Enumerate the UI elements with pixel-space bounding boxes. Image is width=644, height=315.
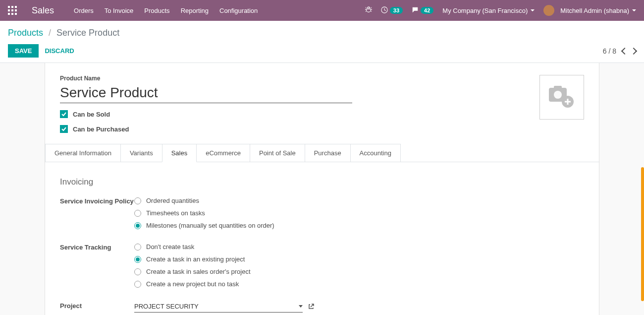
- messages-count: 42: [421, 7, 433, 14]
- radio-icon: [134, 222, 141, 229]
- tab-general-information[interactable]: General Information: [45, 144, 121, 162]
- breadcrumb-current: Service Product: [56, 28, 119, 38]
- pager-prev[interactable]: [621, 47, 628, 54]
- svg-rect-6: [8, 13, 10, 15]
- pager-count: 6 / 8: [603, 47, 616, 55]
- sales-tab-content: Invoicing Service Invoicing Policy Order…: [60, 162, 584, 313]
- nav-orders[interactable]: Orders: [74, 7, 94, 14]
- radio-label: Create a task in sales order's project: [146, 268, 251, 275]
- avatar: [543, 5, 554, 16]
- user-name: Mitchell Admin (shabna): [560, 7, 629, 14]
- service-tracking-field: Service Tracking Don't create task Creat…: [60, 243, 584, 293]
- clock-icon: [381, 6, 388, 15]
- invoicing-policy-label: Service Invoicing Policy: [60, 197, 134, 206]
- breadcrumb-separator: /: [49, 28, 51, 38]
- company-switcher[interactable]: My Company (San Francisco): [442, 7, 535, 14]
- product-image-placeholder[interactable]: [539, 75, 584, 120]
- caret-down-icon: [531, 9, 535, 11]
- svg-rect-12: [554, 86, 562, 89]
- invoicing-policy-option-1[interactable]: Timesheets on tasks: [134, 209, 584, 217]
- tab-purchase[interactable]: Purchase: [305, 144, 351, 162]
- external-link-icon[interactable]: [308, 303, 315, 312]
- tab-ecommerce[interactable]: eCommerce: [196, 144, 250, 162]
- tab-sales[interactable]: Sales: [162, 144, 197, 162]
- radio-label: Create a new project but no task: [146, 280, 239, 288]
- radio-icon: [134, 197, 141, 204]
- nav-right: 33 42 My Company (San Francisco) Mitchel…: [365, 5, 636, 16]
- activity-badge[interactable]: 33: [381, 6, 403, 15]
- svg-rect-5: [15, 9, 17, 11]
- tracking-option-3[interactable]: Create a new project but no task: [134, 280, 584, 288]
- nav-brand[interactable]: Sales: [32, 5, 54, 16]
- radio-icon: [134, 268, 141, 275]
- svg-rect-2: [15, 6, 17, 8]
- nav-to-invoice[interactable]: To Invoice: [105, 7, 134, 14]
- invoicing-policy-field: Service Invoicing Policy Ordered quantit…: [60, 197, 584, 234]
- tracking-option-2[interactable]: Create a task in sales order's project: [134, 268, 584, 275]
- project-value: PROJECT SECURITY: [134, 303, 199, 310]
- project-select[interactable]: PROJECT SECURITY: [134, 302, 303, 313]
- product-name-label: Product Name: [60, 75, 584, 82]
- pager: 6 / 8: [603, 47, 636, 55]
- invoicing-policy-option-0[interactable]: Ordered quantities: [134, 197, 584, 204]
- svg-rect-4: [11, 9, 13, 11]
- svg-rect-0: [8, 6, 10, 8]
- top-nav: Sales Orders To Invoice Products Reporti…: [0, 0, 644, 21]
- invoicing-section-title: Invoicing: [60, 177, 584, 187]
- nav-reporting[interactable]: Reporting: [181, 7, 209, 14]
- form-tabs: General Information Variants Sales eComm…: [45, 144, 599, 162]
- breadcrumb-parent[interactable]: Products: [8, 28, 43, 38]
- caret-down-icon: [632, 9, 636, 11]
- form-wrap: Product Name Can be Sold Can be Purchase…: [0, 63, 644, 315]
- radio-icon: [134, 244, 141, 251]
- invoicing-policy-option-2[interactable]: Milestones (manually set quantities on o…: [134, 222, 584, 229]
- svg-rect-8: [15, 13, 17, 15]
- activity-count: 33: [390, 7, 403, 14]
- svg-rect-7: [11, 13, 13, 15]
- radio-icon: [134, 210, 141, 217]
- user-menu[interactable]: Mitchell Admin (shabna): [543, 5, 636, 16]
- tab-variants[interactable]: Variants: [120, 144, 162, 162]
- radio-label: Milestones (manually set quantities on o…: [146, 222, 274, 229]
- project-label: Project: [60, 302, 134, 311]
- messages-badge[interactable]: 42: [412, 6, 433, 15]
- product-name-input[interactable]: [60, 84, 352, 103]
- tracking-option-1[interactable]: Create a task in an existing project: [134, 255, 584, 263]
- nav-products[interactable]: Products: [144, 7, 169, 14]
- company-name: My Company (San Francisco): [442, 7, 528, 14]
- svg-point-11: [554, 91, 562, 99]
- chat-icon: [412, 6, 419, 15]
- can-be-sold-row: Can be Sold: [60, 110, 584, 118]
- can-be-purchased-label: Can be Purchased: [73, 126, 129, 133]
- project-field: Project PROJECT SECURITY: [60, 302, 584, 313]
- actions-row: SAVE DISCARD 6 / 8: [8, 44, 636, 58]
- caret-down-icon: [299, 305, 303, 308]
- save-button[interactable]: SAVE: [8, 44, 39, 58]
- subheader: Products / Service Product SAVE DISCARD …: [0, 21, 644, 63]
- breadcrumb: Products / Service Product: [8, 28, 636, 38]
- radio-label: Timesheets on tasks: [146, 209, 205, 217]
- service-tracking-label: Service Tracking: [60, 243, 134, 252]
- apps-icon[interactable]: [8, 6, 17, 15]
- tab-point-of-sale[interactable]: Point of Sale: [250, 144, 305, 162]
- radio-icon: [134, 281, 141, 288]
- svg-rect-3: [8, 9, 10, 11]
- nav-configuration[interactable]: Configuration: [219, 7, 258, 14]
- radio-label: Don't create task: [146, 243, 194, 251]
- can-be-sold-label: Can be Sold: [73, 111, 110, 118]
- can-be-sold-checkbox[interactable]: [60, 110, 68, 118]
- radio-label: Create a task in an existing project: [146, 255, 245, 263]
- nav-items: Orders To Invoice Products Reporting Con…: [74, 7, 258, 14]
- scrollbar[interactable]: [641, 167, 644, 301]
- radio-label: Ordered quantities: [146, 197, 199, 204]
- discard-button[interactable]: DISCARD: [45, 47, 74, 55]
- tracking-option-0[interactable]: Don't create task: [134, 243, 584, 251]
- can-be-purchased-checkbox[interactable]: [60, 125, 68, 133]
- form-sheet: Product Name Can be Sold Can be Purchase…: [45, 63, 599, 315]
- can-be-purchased-row: Can be Purchased: [60, 125, 584, 133]
- pager-next[interactable]: [630, 47, 637, 54]
- tab-accounting[interactable]: Accounting: [350, 144, 401, 162]
- svg-rect-1: [11, 6, 13, 8]
- radio-icon: [134, 256, 141, 263]
- bug-icon[interactable]: [365, 6, 372, 15]
